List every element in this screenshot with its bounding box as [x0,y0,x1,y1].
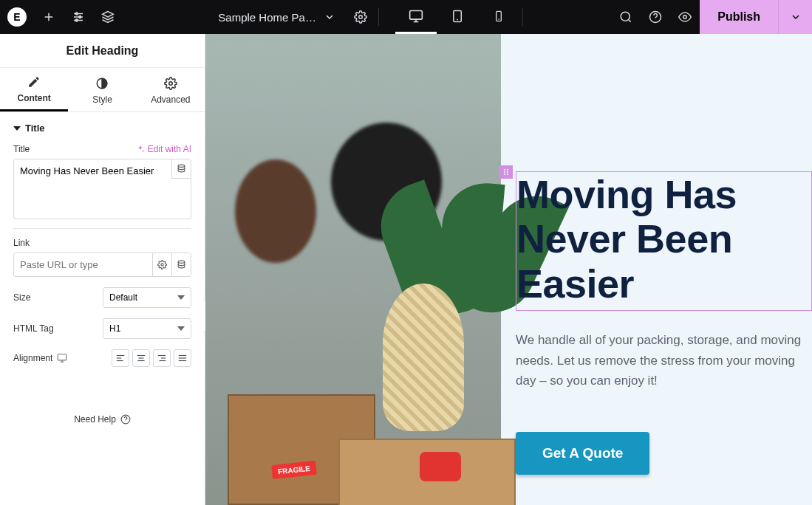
link-dynamic-button[interactable] [171,253,191,276]
align-left-button[interactable] [112,349,129,367]
publish-options-button[interactable] [778,0,812,34]
help-button[interactable] [641,0,670,34]
svg-marker-8 [103,12,114,18]
alignment-label: Alignment [13,353,67,363]
database-icon [177,164,186,174]
hero-image[interactable]: FRAGILE [205,34,501,505]
tab-style[interactable]: Style [68,68,136,111]
page-selector[interactable]: Sample Home Pa… [208,0,346,34]
htmltag-label: HTML Tag [13,323,54,334]
structure-button[interactable] [93,0,123,34]
size-label: Size [13,292,30,303]
desktop-icon [57,353,67,363]
tab-advanced[interactable]: Advanced [137,68,205,111]
eye-icon [678,10,692,24]
gear-icon [354,10,367,24]
device-tablet[interactable] [437,0,478,34]
svg-marker-28 [177,295,185,300]
chevron-down-icon [324,11,335,23]
svg-point-7 [75,19,78,21]
align-center-icon [136,353,146,363]
svg-point-5 [79,16,81,18]
contrast-icon [95,77,109,90]
search-icon [619,10,632,24]
svg-point-48 [507,169,508,171]
svg-line-18 [629,19,631,21]
help-icon [649,10,662,24]
page-settings-button[interactable] [346,0,375,34]
widget-title: Edit Heading [0,34,205,68]
svg-point-52 [507,174,508,175]
pencil-icon [27,75,41,89]
cta-button[interactable]: Get A Quote [516,432,649,475]
page-title-text: Sample Home Pa… [218,11,316,24]
preview-button[interactable] [670,0,700,34]
svg-point-21 [683,16,687,19]
add-element-button[interactable] [34,0,64,34]
svg-rect-15 [497,11,502,21]
size-select[interactable]: Default [103,287,191,308]
device-desktop[interactable] [395,0,437,34]
chevron-down-icon [790,11,802,23]
title-field-label: Title [13,144,30,154]
link-input-wrapper [13,252,191,277]
help-icon [120,414,131,425]
svg-point-51 [504,174,505,175]
tab-content[interactable]: Content [0,68,68,111]
link-field-label: Link [13,238,30,248]
htmltag-select[interactable]: H1 [103,318,191,339]
svg-point-9 [359,16,363,19]
editor-sidebar: Edit Heading Content Style Advanced Titl… [0,34,205,505]
publish-button[interactable]: Publish [700,0,778,34]
device-mobile[interactable] [478,0,519,34]
site-settings-button[interactable] [64,0,93,34]
svg-point-47 [504,169,505,171]
title-input-wrapper [13,159,191,219]
align-justify-button[interactable] [174,349,191,367]
svg-point-50 [507,171,508,173]
preview-canvas[interactable]: FRAGILE Moving Has Never Been Easier We … [205,34,812,505]
svg-point-3 [75,13,78,15]
svg-rect-30 [58,354,67,360]
database-icon [177,260,186,269]
widget-edit-handle[interactable] [499,165,513,179]
link-input[interactable] [14,253,152,276]
selected-widget-frame[interactable]: Moving Has Never Been Easier [516,171,812,311]
svg-point-17 [621,12,630,21]
svg-point-26 [161,264,163,266]
app-logo[interactable]: E [0,0,34,34]
device-switcher [395,0,519,34]
svg-point-27 [178,261,185,263]
need-help-link[interactable]: Need Help [13,414,191,425]
svg-point-49 [504,171,505,173]
mobile-icon [493,10,505,22]
hero-heading[interactable]: Moving Has Never Been Easier [516,172,807,306]
layers-icon [101,10,115,24]
finder-button[interactable] [611,0,641,34]
tablet-icon [451,10,464,23]
widget-tabs: Content Style Advanced [0,68,205,112]
plus-icon [42,10,55,24]
gear-icon [157,260,167,269]
grip-icon [502,168,511,176]
link-options-button[interactable] [152,253,171,276]
svg-point-23 [169,81,173,85]
caret-down-icon [13,125,21,132]
svg-marker-29 [177,326,185,331]
svg-rect-10 [410,10,423,19]
svg-marker-24 [13,126,21,131]
title-input[interactable] [14,159,191,216]
title-dynamic-button[interactable] [171,159,191,179]
caret-down-icon [177,325,185,332]
sliders-icon [72,10,85,24]
caret-down-icon [177,294,185,301]
align-center-button[interactable] [132,349,150,367]
section-title-toggle[interactable]: Title [13,123,191,134]
hero-paragraph[interactable]: We handle all of your packing, storage, … [516,330,812,391]
align-left-icon [115,353,126,363]
align-right-button[interactable] [153,349,171,367]
gear-icon [164,77,177,90]
svg-point-25 [178,165,185,167]
align-right-icon [157,353,167,363]
edit-with-ai-button[interactable]: Edit with AI [136,144,191,154]
